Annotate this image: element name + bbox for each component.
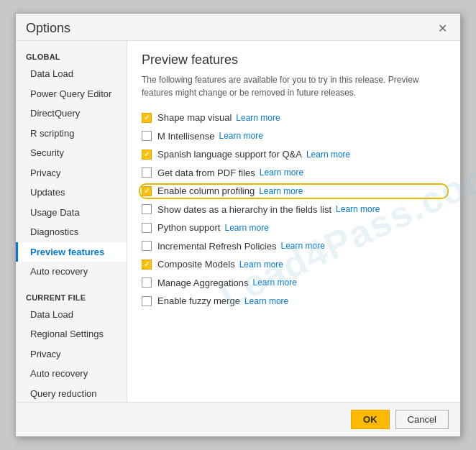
feature-label-m-intellisense: M Intellisense: [157, 129, 214, 144]
sidebar-item-auto-recovery-cf[interactable]: Auto recovery: [16, 364, 127, 384]
feature-label-dates-hierarchy: Show dates as a hierarchy in the fields …: [157, 203, 331, 217]
feature-item-fuzzy-merge: Enable fuzzy mergeLearn more: [142, 294, 446, 308]
main-description: The following features are available for…: [142, 73, 446, 99]
learn-more-column-profiling[interactable]: Learn more: [259, 185, 303, 198]
feature-item-dates-hierarchy: Show dates as a hierarchy in the fields …: [142, 203, 446, 217]
feature-text-shape-map: Shape map visualLearn more: [157, 111, 280, 125]
sidebar-item-privacy-cf[interactable]: Privacy: [16, 344, 127, 364]
dialog-title: Options: [26, 21, 70, 36]
checkbox-python-support[interactable]: [142, 223, 152, 233]
checkbox-get-data-pdf[interactable]: [142, 167, 152, 178]
checkbox-composite-models[interactable]: [142, 260, 152, 270]
feature-item-incremental-refresh: Incremental Refresh PoliciesLearn more: [142, 239, 446, 254]
learn-more-shape-map[interactable]: Learn more: [236, 111, 280, 124]
learn-more-incremental-refresh[interactable]: Learn more: [280, 239, 324, 252]
feature-text-manage-aggregations: Manage AggregationsLearn more: [157, 276, 297, 290]
sidebar-item-usage-data[interactable]: Usage Data: [16, 203, 127, 223]
close-button[interactable]: ✕: [435, 22, 450, 36]
checkbox-column-profiling[interactable]: [142, 186, 152, 196]
sidebar-item-regional-settings[interactable]: Regional Settings: [16, 324, 127, 344]
sidebar: GLOBAL Data LoadPower Query EditorDirect…: [16, 41, 127, 402]
sidebar-item-updates[interactable]: Updates: [16, 183, 127, 203]
sidebar-item-r-scripting[interactable]: R scripting: [16, 124, 127, 144]
feature-item-spanish-language: Spanish language support for Q&ALearn mo…: [142, 147, 446, 162]
feature-text-fuzzy-merge: Enable fuzzy mergeLearn more: [157, 294, 288, 308]
main-content: Preview features The following features …: [127, 41, 460, 402]
learn-more-get-data-pdf[interactable]: Learn more: [260, 166, 303, 179]
dialog-titlebar: Options ✕: [16, 14, 460, 40]
feature-label-fuzzy-merge: Enable fuzzy merge: [157, 294, 240, 308]
learn-more-python-support[interactable]: Learn more: [224, 221, 268, 234]
main-content-title: Preview features: [142, 52, 446, 68]
feature-text-get-data-pdf: Get data from PDF filesLearn more: [157, 166, 303, 180]
sidebar-item-directquery[interactable]: DirectQuery: [16, 104, 127, 124]
checkbox-dates-hierarchy[interactable]: [142, 204, 152, 214]
feature-text-incremental-refresh: Incremental Refresh PoliciesLearn more: [157, 239, 325, 254]
feature-item-shape-map: Shape map visualLearn more: [142, 111, 446, 125]
learn-more-dates-hierarchy[interactable]: Learn more: [336, 203, 380, 216]
cancel-button[interactable]: Cancel: [395, 410, 449, 429]
sidebar-item-data-load-cf[interactable]: Data Load: [16, 305, 127, 325]
dialog-footer: OK Cancel: [16, 402, 460, 436]
feature-text-column-profiling: Enable column profilingLearn more: [157, 184, 303, 198]
feature-label-incremental-refresh: Incremental Refresh Policies: [157, 239, 276, 254]
dialog-body: GLOBAL Data LoadPower Query EditorDirect…: [16, 40, 460, 402]
learn-more-fuzzy-merge[interactable]: Learn more: [244, 295, 288, 308]
options-dialog: Options ✕ GLOBAL Data LoadPower Query Ed…: [15, 13, 461, 437]
learn-more-spanish-language[interactable]: Learn more: [306, 148, 350, 161]
feature-label-column-profiling: Enable column profiling: [157, 184, 255, 198]
feature-text-python-support: Python supportLearn more: [157, 221, 269, 235]
feature-item-manage-aggregations: Manage AggregationsLearn more: [142, 276, 446, 290]
sidebar-item-diagnostics[interactable]: Diagnostics: [16, 222, 127, 242]
ok-button[interactable]: OK: [351, 410, 390, 429]
learn-more-composite-models[interactable]: Learn more: [239, 258, 283, 271]
checkbox-incremental-refresh[interactable]: [142, 241, 152, 251]
sidebar-item-query-reduction[interactable]: Query reduction: [16, 384, 127, 403]
sidebar-item-privacy[interactable]: Privacy: [16, 163, 127, 183]
feature-label-shape-map: Shape map visual: [157, 111, 232, 125]
feature-item-m-intellisense: M IntellisenseLearn more: [142, 129, 446, 144]
feature-item-composite-models: Composite ModelsLearn more: [142, 257, 446, 272]
learn-more-m-intellisense[interactable]: Learn more: [219, 129, 262, 142]
checkbox-shape-map[interactable]: [142, 113, 152, 123]
feature-label-spanish-language: Spanish language support for Q&A: [157, 147, 302, 162]
feature-list: Shape map visualLearn moreM Intellisense…: [142, 111, 446, 308]
feature-label-manage-aggregations: Manage Aggregations: [157, 276, 248, 290]
global-section-label: GLOBAL: [16, 47, 127, 64]
feature-item-python-support: Python supportLearn more: [142, 221, 446, 235]
sidebar-item-preview-features[interactable]: Preview features: [16, 242, 127, 262]
sidebar-item-power-query-editor[interactable]: Power Query Editor: [16, 84, 127, 104]
feature-item-get-data-pdf: Get data from PDF filesLearn more: [142, 166, 446, 180]
feature-text-dates-hierarchy: Show dates as a hierarchy in the fields …: [157, 203, 380, 217]
learn-more-manage-aggregations[interactable]: Learn more: [252, 276, 296, 289]
checkbox-manage-aggregations[interactable]: [142, 277, 152, 288]
feature-text-composite-models: Composite ModelsLearn more: [157, 257, 283, 272]
sidebar-item-auto-recovery[interactable]: Auto recovery: [16, 262, 127, 282]
feature-text-spanish-language: Spanish language support for Q&ALearn mo…: [157, 147, 350, 162]
sidebar-item-data-load[interactable]: Data Load: [16, 64, 127, 84]
feature-item-column-profiling: Enable column profilingLearn more: [142, 184, 446, 198]
checkbox-fuzzy-merge[interactable]: [142, 296, 152, 306]
checkbox-spanish-language[interactable]: [142, 150, 152, 160]
checkbox-m-intellisense[interactable]: [142, 131, 152, 141]
feature-label-get-data-pdf: Get data from PDF files: [157, 166, 255, 180]
current-file-section-label: CURRENT FILE: [16, 288, 127, 305]
feature-label-python-support: Python support: [157, 221, 220, 235]
sidebar-item-security[interactable]: Security: [16, 143, 127, 163]
feature-text-m-intellisense: M IntellisenseLearn more: [157, 129, 263, 144]
feature-label-composite-models: Composite Models: [157, 257, 235, 272]
